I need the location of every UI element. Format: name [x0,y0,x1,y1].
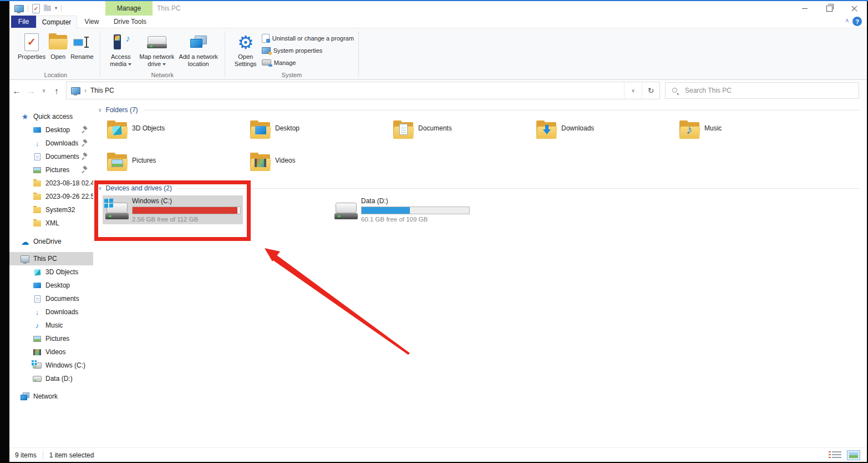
gear-icon: ⚙ [237,33,254,52]
folder-tile-documents[interactable]: Documents [389,119,527,148]
search-box[interactable] [665,82,859,99]
uninstall-program-button[interactable]: Uninstall or change a program [262,33,354,43]
drive-usage-bar [132,207,241,214]
collapse-ribbon-icon[interactable]: ∧ [845,17,849,23]
manage-button[interactable]: Manage [262,57,354,68]
folder-tile-label: 3D Objects [132,124,165,148]
add-network-location-button[interactable]: Add a network location [177,31,220,69]
button-label: Open Settings [231,53,260,68]
sidebar-item-xml[interactable]: XML [9,217,93,230]
open-settings-button[interactable]: ⚙ Open Settings [230,31,262,69]
tab-file[interactable]: File [11,16,36,28]
button-label: Map network drive [139,53,174,67]
address-dropdown-caret-icon[interactable]: ∨ [624,82,642,99]
sidebar-item-videos[interactable]: Videos [9,345,93,359]
large-icons-view-icon[interactable] [847,450,860,460]
ribbon-group-network: ♪ Access media Map network drive Add a n… [100,28,225,79]
pictures-icon [33,165,42,174]
sidebar-item-downloads-pinned[interactable]: ↓Downloads [9,137,93,150]
sidebar-item-pictures-pinned[interactable]: Pictures [9,163,93,177]
desktop-icon [33,281,42,290]
properties-button[interactable]: ✓ Properties [16,31,47,62]
folder-icon [33,205,42,214]
folders-group-header[interactable]: ∨ Folders (7) [98,105,859,114]
group-header-rule [144,110,859,110]
access-media-button[interactable]: ♪ Access media [105,31,137,69]
sidebar-item-documents-pinned[interactable]: Documents [9,150,93,163]
new-folder-icon[interactable] [44,6,51,11]
sidebar-item-desktop-pinned[interactable]: Desktop [9,123,93,137]
drive-usage-fill [362,207,410,214]
recent-locations-caret-icon[interactable]: ∨ [38,88,49,93]
group-header-label: Devices and drives (2) [106,184,172,192]
this-pc-icon [71,87,80,94]
sidebar-item-network[interactable]: Network [9,390,93,403]
sidebar-item-downloads[interactable]: ↓Downloads [9,305,93,319]
drive-tile-windows-c[interactable]: Windows (C:) 2.56 GB free of 112 GB [103,195,243,224]
system-properties-icon [262,47,271,54]
folder-tile-pictures[interactable]: Pictures [103,151,241,180]
button-label: Manage [274,59,296,66]
back-button[interactable]: ← [9,86,24,95]
folder-tile-desktop[interactable]: Desktop [246,119,384,148]
sidebar-item-onedrive[interactable]: ☁OneDrive [9,235,93,248]
sidebar-item-documents[interactable]: Documents [9,292,93,305]
address-box[interactable]: › This PC ∨ ↻ [66,82,660,99]
customize-toolbar-caret-icon[interactable]: ▾ [55,6,57,11]
refresh-icon[interactable]: ↻ [642,82,659,99]
properties-icon[interactable]: ✓ [32,4,40,13]
group-header-label: Folders (7) [106,106,138,114]
window-top-accent [0,0,868,1]
folder-icon [33,179,42,188]
window-controls [792,1,867,16]
map-network-drive-button[interactable]: Map network drive [137,31,177,69]
sidebar-item-system32[interactable]: System32 [9,203,93,217]
breadcrumb[interactable]: › This PC [67,87,624,94]
sidebar-item-label: Desktop [45,281,70,289]
network-location-icon [189,35,208,49]
breadcrumb-location[interactable]: This PC [90,87,114,94]
sidebar-item-folder[interactable]: 2023-09-26 22.59.27 [9,190,93,203]
search-input[interactable] [684,86,859,95]
rename-button[interactable]: Rename [69,31,95,62]
sidebar-item-label: Desktop [45,126,70,134]
button-label: Open [50,53,65,61]
folder-tile-music[interactable]: ♪ Music [675,119,814,148]
sidebar-item-music[interactable]: ♪Music [9,319,93,332]
tab-drive-tools[interactable]: Drive Tools [106,16,154,28]
tab-computer[interactable]: Computer [36,16,77,29]
tab-view[interactable]: View [77,16,106,28]
minimize-button[interactable] [792,1,817,16]
pin-icon [82,139,89,147]
devices-group-header[interactable]: ∨ Devices and drives (2) [98,184,859,193]
sidebar-item-3d-objects[interactable]: 3D Objects [9,265,93,279]
sidebar-item-desktop[interactable]: Desktop [9,279,93,292]
forward-button[interactable]: → [24,86,38,95]
drive-usage-fill [133,207,237,214]
network-drive-icon [147,36,167,48]
close-button[interactable] [842,1,867,16]
folder-tile-videos[interactable]: Videos [246,151,384,180]
sidebar-item-this-pc[interactable]: This PC [9,252,93,265]
system-properties-button[interactable]: System properties [262,45,354,56]
help-button[interactable]: ? [852,17,862,26]
sidebar-item-quick-access[interactable]: ★Quick access [9,110,93,123]
collapse-group-icon[interactable]: ∨ [98,185,102,191]
address-bar: ← → ∨ ↑ › This PC ∨ ↻ [9,80,867,101]
up-button[interactable]: ↑ [49,86,64,95]
sidebar-item-windows-c[interactable]: Windows (C:) [9,359,93,372]
sidebar-item-data-d[interactable]: Data (D:) [9,372,93,385]
button-label: Properties [18,53,45,61]
drive-tile-data-d[interactable]: Data (D:) 60.1 GB free of 109 GB [332,195,472,224]
drive-icon [334,201,358,221]
details-view-icon[interactable] [829,451,841,459]
open-button[interactable]: Open [47,31,69,62]
folder-tile-3d-objects[interactable]: 3D Objects [103,119,241,148]
this-pc-icon [21,254,29,263]
sidebar-item-pictures[interactable]: Pictures [9,332,93,345]
restore-button[interactable] [817,1,842,16]
collapse-group-icon[interactable]: ∨ [98,107,102,113]
sidebar-item-folder[interactable]: 2023-08-18 02.43.45 [9,177,93,190]
folder-tile-downloads[interactable]: Downloads [532,119,671,148]
status-bar: 9 items 1 item selected [9,447,867,462]
